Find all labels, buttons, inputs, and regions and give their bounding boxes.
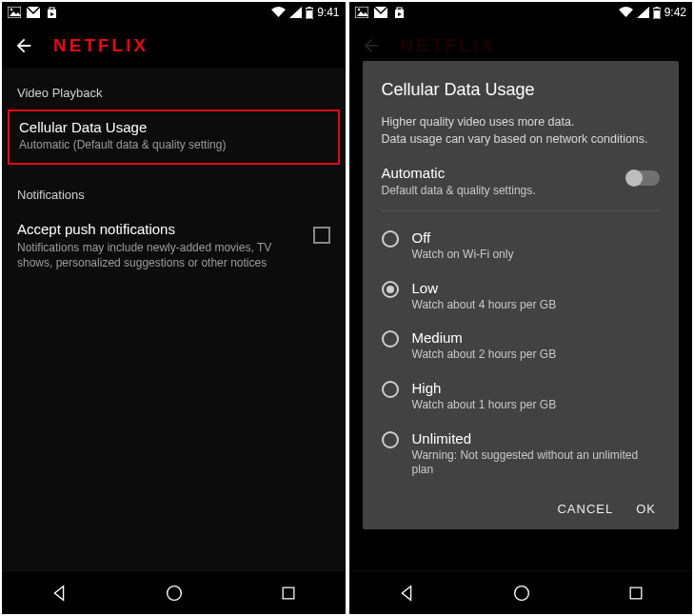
svg-point-2: [10, 9, 12, 10]
svg-marker-12: [357, 11, 368, 16]
play-store-icon: [393, 7, 406, 19]
status-bar: 9:42: [349, 2, 693, 23]
svg-rect-18: [655, 7, 658, 9]
radio-icon[interactable]: [382, 230, 399, 248]
battery-icon: [306, 7, 313, 19]
svg-rect-10: [283, 587, 294, 599]
svg-rect-8: [307, 10, 312, 18]
svg-marker-5: [289, 7, 302, 18]
push-notifications-row[interactable]: Accept push notifications Notifications …: [2, 211, 346, 284]
push-sub: Notifications may include newly-added mo…: [17, 240, 304, 270]
option-title: Unlimited: [412, 430, 661, 447]
cellular-data-title: Cellular Data Usage: [19, 119, 328, 135]
status-bar: 9:41: [2, 2, 346, 23]
quality-option-low[interactable]: LowWatch about 4 hours per GB: [382, 271, 661, 322]
nav-recent-icon[interactable]: [279, 584, 298, 603]
cellular-data-row[interactable]: Cellular Data Usage Automatic (Default d…: [19, 119, 328, 151]
ok-button[interactable]: OK: [636, 502, 656, 516]
radio-icon[interactable]: [382, 330, 399, 348]
automatic-switch[interactable]: [627, 170, 660, 186]
picture-icon: [355, 7, 368, 18]
svg-point-9: [168, 586, 182, 600]
nav-home-icon[interactable]: [164, 583, 185, 604]
option-sub: Watch on Wi-Fi only: [412, 248, 514, 263]
option-title: Medium: [412, 329, 557, 346]
automatic-toggle-row[interactable]: Automatic Default data & quality setting…: [382, 165, 661, 211]
section-video-playback: Video Playback: [2, 76, 346, 109]
signal-icon: [637, 7, 649, 18]
phone-screen-left: 9:41 NETFLIX Video Playback Cellular Dat…: [2, 2, 346, 614]
netflix-logo: NETFLIX: [53, 35, 149, 56]
radio-icon[interactable]: [382, 281, 399, 298]
svg-rect-19: [654, 10, 660, 18]
option-sub: Watch about 1 hours per GB: [412, 398, 557, 413]
nav-recent-icon[interactable]: [626, 584, 645, 603]
quality-option-off[interactable]: OffWatch on Wi-Fi only: [382, 221, 661, 271]
svg-point-13: [357, 9, 359, 10]
battery-icon: [653, 7, 661, 19]
cellular-data-row-highlight: Cellular Data Usage Automatic (Default d…: [8, 109, 340, 165]
wifi-icon: [271, 7, 286, 18]
section-notifications: Notifications: [2, 178, 346, 211]
svg-rect-21: [630, 587, 642, 599]
nav-back-icon[interactable]: [49, 583, 69, 604]
automatic-title: Automatic: [382, 165, 536, 181]
back-arrow-icon[interactable]: [13, 35, 34, 56]
radio-icon[interactable]: [382, 381, 399, 398]
quality-option-high[interactable]: HighWatch about 1 hours per GB: [382, 371, 661, 422]
option-title: Off: [412, 229, 514, 246]
cancel-button[interactable]: CANCEL: [557, 502, 613, 516]
option-title: High: [412, 380, 557, 396]
nav-home-icon[interactable]: [511, 583, 532, 604]
wifi-icon: [619, 7, 633, 18]
android-navbar: [349, 570, 693, 614]
android-navbar: [2, 570, 346, 614]
gmail-icon: [374, 7, 387, 18]
option-sub: Watch about 2 hours per GB: [412, 348, 557, 363]
option-sub: Warning: Not suggested without an unlimi…: [412, 448, 661, 478]
play-store-icon: [46, 7, 58, 19]
gmail-icon: [27, 7, 40, 18]
automatic-sub: Default data & quality settings.: [382, 184, 536, 197]
push-title: Accept push notifications: [17, 221, 304, 237]
status-time: 9:42: [664, 6, 686, 19]
nav-back-icon[interactable]: [396, 583, 417, 604]
settings-content: Video Playback Cellular Data Usage Autom…: [2, 69, 346, 570]
option-sub: Watch about 4 hours per GB: [412, 298, 557, 313]
svg-point-20: [514, 586, 528, 600]
cellular-data-dialog: Cellular Data Usage Higher quality video…: [363, 61, 680, 529]
option-title: Low: [412, 280, 557, 296]
svg-rect-7: [308, 7, 311, 9]
quality-option-unlimited[interactable]: UnlimitedWarning: Not suggested without …: [382, 422, 661, 487]
app-bar: NETFLIX: [2, 23, 346, 69]
svg-marker-1: [10, 11, 21, 16]
dialog-title: Cellular Data Usage: [382, 80, 661, 100]
radio-icon[interactable]: [382, 431, 399, 448]
phone-screen-right: 9:42 NETFLIX V C A N Cellular Data Usage…: [349, 2, 693, 614]
status-time: 9:41: [317, 6, 339, 19]
quality-option-medium[interactable]: MediumWatch about 2 hours per GB: [382, 321, 661, 371]
picture-icon: [8, 7, 21, 18]
signal-icon: [289, 7, 302, 18]
cellular-data-sub: Automatic (Default data & quality settin…: [19, 138, 328, 151]
svg-marker-16: [637, 7, 649, 18]
dialog-description: Higher quality video uses more data. Dat…: [382, 113, 661, 148]
push-checkbox[interactable]: [313, 227, 330, 244]
